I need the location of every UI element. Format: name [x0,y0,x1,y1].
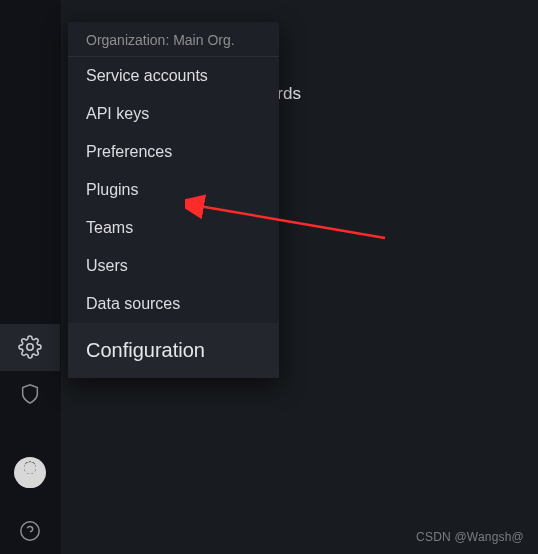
shield-icon [19,383,41,405]
menu-item-data-sources[interactable]: Data sources [68,285,279,323]
sidebar [0,0,60,554]
sidebar-admin[interactable] [0,371,60,417]
menu-item-users[interactable]: Users [68,247,279,285]
menu-item-plugins[interactable]: Plugins [68,171,279,209]
svg-point-1 [21,522,39,540]
svg-point-0 [27,344,33,350]
avatar[interactable] [14,457,46,488]
watermark: CSDN @Wangsh@ [416,530,524,544]
help-icon [19,520,41,542]
popup-org-header: Organization: Main Org. [68,22,279,57]
sidebar-help[interactable] [0,508,60,554]
gear-icon [18,335,42,359]
sidebar-configuration[interactable] [0,324,60,370]
menu-item-preferences[interactable]: Preferences [68,133,279,171]
popup-title-configuration[interactable]: Configuration [68,323,279,378]
menu-item-teams[interactable]: Teams [68,209,279,247]
configuration-popup: Organization: Main Org. Service accounts… [68,22,279,378]
menu-item-service-accounts[interactable]: Service accounts [68,57,279,95]
menu-item-api-keys[interactable]: API keys [68,95,279,133]
